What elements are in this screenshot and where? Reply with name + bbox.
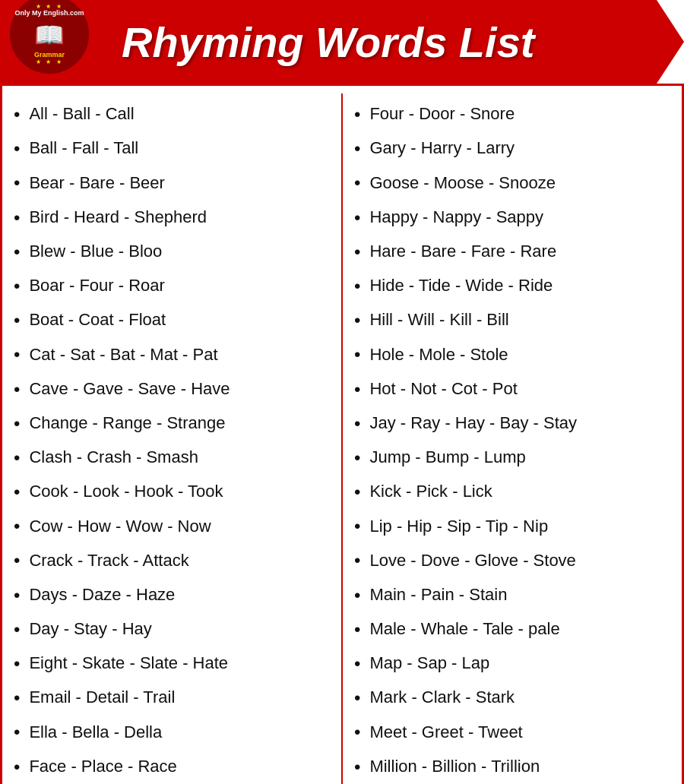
- list-item: Mark - Clark - Stark: [354, 681, 670, 715]
- list-item: Main - Pain - Stain: [354, 578, 670, 612]
- page-wrapper: ★ ★ ★ Only My English.com 📖 Grammar ★ ★ …: [0, 0, 684, 784]
- list-item: Four - Door - Snore: [354, 97, 670, 131]
- list-item: Clash - Crash - Smash: [14, 441, 330, 475]
- logo-top-text: Only My English.com: [14, 10, 84, 17]
- list-item: Blew - Blue - Bloo: [14, 235, 330, 269]
- list-item: Lip - Hip - Sip - Tip - Nip: [354, 509, 670, 543]
- list-item: Hare - Bare - Fare - Rare: [354, 235, 670, 269]
- right-column: Four - Door - SnoreGary - Harry - LarryG…: [343, 93, 682, 784]
- list-item: Cow - How - Wow - Now: [14, 509, 330, 543]
- list-item: Kick - Pick - Lick: [354, 475, 670, 509]
- list-item: Boat - Coat - Float: [14, 303, 330, 337]
- list-item: Jump - Bump - Lump: [354, 441, 670, 475]
- list-item: Eight - Skate - Slate - Hate: [14, 646, 330, 681]
- list-item: Goose - Moose - Snooze: [354, 166, 670, 200]
- list-item: Crack - Track - Attack: [14, 543, 330, 577]
- logo-stars-bottom: ★ ★ ★: [36, 58, 62, 65]
- list-item: Jay - Ray - Hay - Bay - Stay: [354, 406, 670, 441]
- list-item: Cook - Look - Hook - Took: [14, 475, 330, 509]
- header: ★ ★ ★ Only My English.com 📖 Grammar ★ ★ …: [0, 0, 684, 84]
- right-list: Four - Door - SnoreGary - Harry - LarryG…: [354, 97, 670, 784]
- list-item: Days - Daze - Haze: [14, 578, 330, 612]
- list-item: All - Ball - Call: [14, 97, 330, 131]
- list-item: Bear - Bare - Beer: [14, 166, 330, 200]
- list-item: Meet - Greet - Tweet: [354, 715, 670, 749]
- list-item: Love - Dove - Glove - Stove: [354, 543, 670, 577]
- left-list: All - Ball - CallBall - Fall - TallBear …: [14, 97, 330, 784]
- list-item: Email - Detail - Trail: [14, 681, 330, 715]
- left-column: All - Ball - CallBall - Fall - TallBear …: [2, 93, 343, 784]
- list-item: Happy - Nappy - Sappy: [354, 201, 670, 235]
- book-icon: 📖: [34, 21, 65, 49]
- logo-bottom-text: Grammar: [34, 51, 65, 58]
- list-item: Cat - Sat - Bat - Mat - Pat: [14, 337, 330, 371]
- list-item: Boar - Four - Roar: [14, 269, 330, 303]
- list-item: Hide - Tide - Wide - Ride: [354, 269, 670, 303]
- logo: ★ ★ ★ Only My English.com 📖 Grammar ★ ★ …: [8, 0, 106, 91]
- list-item: Map - Sap - Lap: [354, 646, 670, 681]
- list-item: Ella - Bella - Della: [14, 715, 330, 749]
- page-title: Rhyming Words List: [122, 17, 534, 67]
- list-item: Hole - Mole - Stole: [354, 337, 670, 371]
- list-item: Hill - Will - Kill - Bill: [354, 303, 670, 337]
- list-item: Change - Range - Strange: [14, 406, 330, 441]
- list-item: Male - Whale - Tale - pale: [354, 612, 670, 646]
- list-item: Cave - Gave - Save - Have: [14, 372, 330, 406]
- list-item: Ball - Fall - Tall: [14, 131, 330, 166]
- columns-container: All - Ball - CallBall - Fall - TallBear …: [2, 93, 682, 784]
- list-item: Day - Stay - Hay: [14, 612, 330, 646]
- list-item: Bird - Heard - Shepherd: [14, 201, 330, 235]
- list-item: Face - Place - Race: [14, 750, 330, 784]
- list-item: Million - Billion - Trillion: [354, 750, 670, 784]
- list-item: Gary - Harry - Larry: [354, 131, 670, 166]
- list-item: Hot - Not - Cot - Pot: [354, 372, 670, 406]
- content-area: All - Ball - CallBall - Fall - TallBear …: [0, 84, 684, 784]
